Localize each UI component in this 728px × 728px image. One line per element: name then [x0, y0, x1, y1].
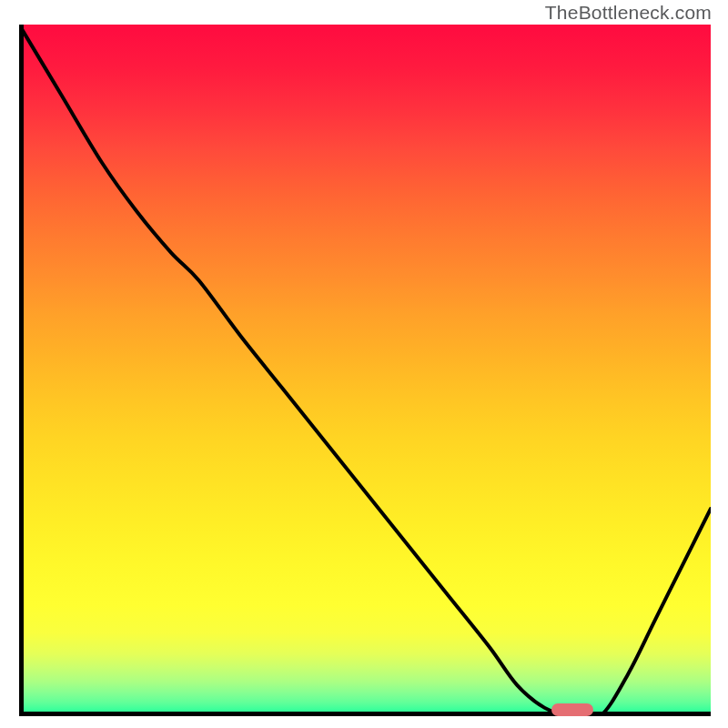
watermark-text: TheBottleneck.com [545, 2, 712, 24]
figure-container: TheBottleneck.com [0, 0, 728, 728]
plot-area [19, 25, 711, 716]
optimal-marker [551, 703, 593, 716]
gradient-background [19, 25, 711, 716]
